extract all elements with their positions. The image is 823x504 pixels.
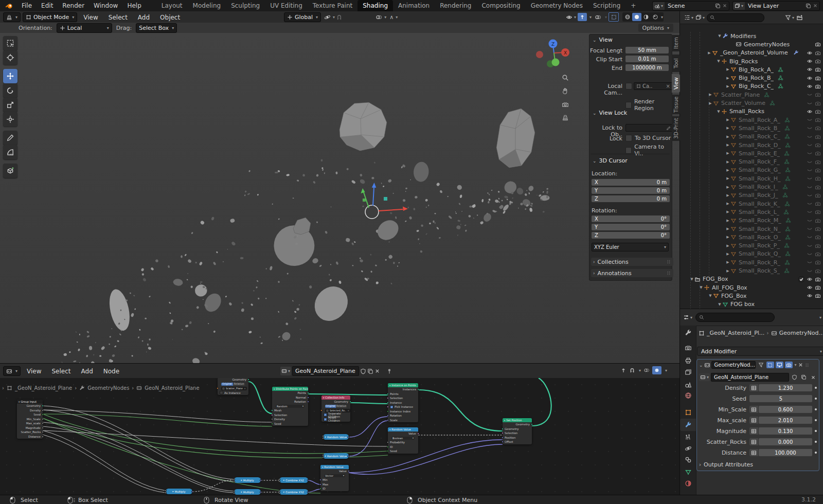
node-dropdown[interactable]: Random▾	[276, 405, 305, 408]
socket-input[interactable]	[502, 428, 504, 430]
outliner-row-small-rock-m-[interactable]: ▶Small_Rock_M_	[680, 217, 823, 225]
camera-icon[interactable]	[815, 293, 821, 299]
snap-target-icon[interactable]	[324, 14, 331, 21]
parent-arrow-icon[interactable]	[620, 367, 627, 373]
socket-input[interactable]	[387, 419, 389, 421]
node-viewer-toggle[interactable]	[652, 366, 661, 374]
outliner-row-small-rock-r-[interactable]: ▶Small_Rock_R_	[680, 258, 823, 266]
camera-off-icon[interactable]	[815, 167, 821, 173]
options-dropdown[interactable]: Options▾	[638, 24, 673, 32]
field-value[interactable]: 2.010	[759, 417, 812, 424]
node-menu-node[interactable]: Node	[99, 368, 123, 375]
field-value[interactable]: 0.130	[759, 427, 812, 435]
socket-input[interactable]	[502, 437, 504, 439]
outliner-row-small-rock-g-[interactable]: ▶Small_Rock_G_	[680, 166, 823, 174]
eye-icon[interactable]	[807, 83, 813, 89]
exclude-checkbox[interactable]	[798, 276, 804, 282]
socket-input[interactable]	[271, 409, 273, 411]
camera-off-icon[interactable]	[815, 192, 821, 199]
camera-icon[interactable]	[815, 276, 821, 282]
expand-arrow[interactable]: ▶	[725, 193, 730, 197]
camera-off-icon[interactable]	[815, 234, 821, 240]
attribute-toggle-icon[interactable]	[749, 449, 758, 456]
unlink-icon[interactable]	[374, 368, 380, 374]
copy-icon[interactable]	[800, 374, 808, 381]
eye-closed-icon[interactable]	[807, 167, 813, 173]
nav-zoom-icon[interactable]	[560, 72, 571, 83]
socket-output[interactable]	[42, 409, 44, 411]
toolbar-measure[interactable]	[3, 145, 17, 159]
expand-arrow[interactable]: ▶	[725, 227, 730, 231]
scene-selector[interactable]: ▾Scene	[652, 1, 729, 11]
expand-arrow[interactable]: ▶	[725, 219, 730, 223]
animate-dot[interactable]	[815, 430, 817, 432]
sidebar-tab-view[interactable]: View	[672, 74, 680, 93]
proportional-edit-icon[interactable]	[375, 14, 382, 21]
node-group-field[interactable]: GeoN_Asteroid_Plane	[711, 373, 789, 382]
falloff-icon[interactable]: ∧	[389, 14, 393, 21]
gizmos-toggle[interactable]	[578, 13, 587, 21]
expand-arrow[interactable]: ▶	[725, 210, 730, 214]
add-workspace-button[interactable]: +	[625, 0, 641, 11]
socket-input[interactable]	[319, 483, 321, 485]
tab-layout[interactable]: Layout	[156, 0, 188, 11]
camera-off-icon[interactable]	[815, 251, 821, 257]
segment-original[interactable]: Original	[221, 383, 233, 386]
expand-arrow[interactable]: ▶	[725, 67, 730, 71]
properties-tab-constraints[interactable]	[680, 454, 696, 466]
camera-off-icon[interactable]	[815, 58, 821, 64]
properties-tab-data[interactable]	[680, 466, 696, 478]
cursor-location-z[interactable]: Z0 m	[592, 195, 670, 202]
node-collapsed-multiply[interactable]: ▸Multiply	[166, 489, 192, 494]
node-menu-select[interactable]: Select	[48, 368, 75, 375]
properties-tab-world[interactable]	[680, 389, 696, 402]
socket-input[interactable]	[319, 479, 321, 481]
camera-off-icon[interactable]	[815, 201, 821, 207]
socket[interactable]	[278, 480, 280, 482]
animate-dot[interactable]	[815, 419, 817, 421]
panel-collections-header[interactable]: ›Collections	[591, 258, 673, 266]
shading-rendered-button[interactable]	[651, 13, 660, 21]
properties-editor-type-button[interactable]: ▾	[683, 314, 692, 320]
render-display-toggle[interactable]	[785, 362, 793, 368]
edit-mode-display-toggle[interactable]	[766, 362, 774, 368]
properties-tab-viewlayer[interactable]	[680, 366, 696, 379]
outliner-row-small-rock-e-[interactable]: ▶Small_Rock_E_	[680, 149, 823, 157]
toolbar-move[interactable]	[3, 69, 17, 83]
properties-options-chevron[interactable]: ▾	[818, 315, 821, 320]
expand-arrow[interactable]: ▶	[725, 76, 730, 80]
object-visibility-icon[interactable]	[566, 14, 572, 21]
viewport-menu-view[interactable]: View	[79, 14, 102, 21]
pin-icon[interactable]	[386, 368, 392, 374]
tree-name-field[interactable]: GeoN_Asteroid_Plane	[292, 366, 359, 376]
socket-input[interactable]	[320, 409, 323, 411]
outliner-row-small-rock-l-[interactable]: ▶Small_Rock_L_	[680, 208, 823, 216]
expand-arrow[interactable]: ▶	[725, 84, 730, 88]
properties-tab-tool[interactable]	[680, 327, 696, 339]
attribute-toggle-icon[interactable]	[749, 427, 758, 435]
camera-icon[interactable]	[815, 66, 821, 73]
socket-input[interactable]	[387, 415, 389, 417]
viewport-menu-select[interactable]: Select	[104, 14, 132, 21]
expand-arrow[interactable]: ▶	[725, 126, 730, 130]
eye-closed-icon[interactable]	[807, 218, 813, 224]
socket-input[interactable]	[387, 402, 389, 404]
outliner-row-small-rock-f-[interactable]: ▶Small_Rock_F_	[680, 158, 823, 166]
node-menu-add[interactable]: Add	[77, 368, 97, 375]
socket[interactable]	[233, 492, 235, 494]
expand-arrow[interactable]: ▶	[725, 202, 730, 206]
expand-arrow[interactable]: ▼	[716, 110, 721, 114]
node-editor-type-button[interactable]: ▾	[3, 366, 21, 376]
eye-closed-icon[interactable]	[807, 259, 813, 265]
magnet-icon[interactable]	[336, 14, 343, 21]
expand-arrow[interactable]: ▶	[725, 185, 730, 189]
toolbar-cursor[interactable]	[3, 50, 17, 65]
socket[interactable]	[233, 480, 235, 482]
socket-input[interactable]	[387, 410, 389, 412]
camera-off-icon[interactable]	[815, 92, 821, 98]
expand-arrow[interactable]: ▶	[725, 160, 730, 164]
unlink-icon[interactable]	[809, 374, 817, 381]
shading-wireframe-button[interactable]	[623, 13, 632, 21]
outliner-row-geometrynodes[interactable]: GeometryNodes	[680, 40, 823, 48]
outliner-row-small-rock-s-[interactable]: ▶Small_Rock_S_	[680, 266, 823, 275]
